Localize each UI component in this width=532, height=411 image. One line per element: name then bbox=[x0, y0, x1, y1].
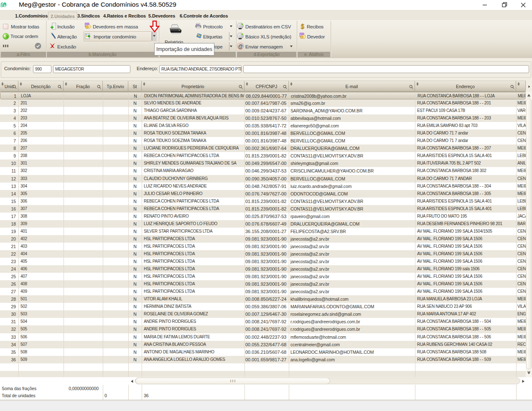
svg-text:@: @ bbox=[238, 43, 243, 49]
svg-text:$: $ bbox=[301, 23, 305, 30]
